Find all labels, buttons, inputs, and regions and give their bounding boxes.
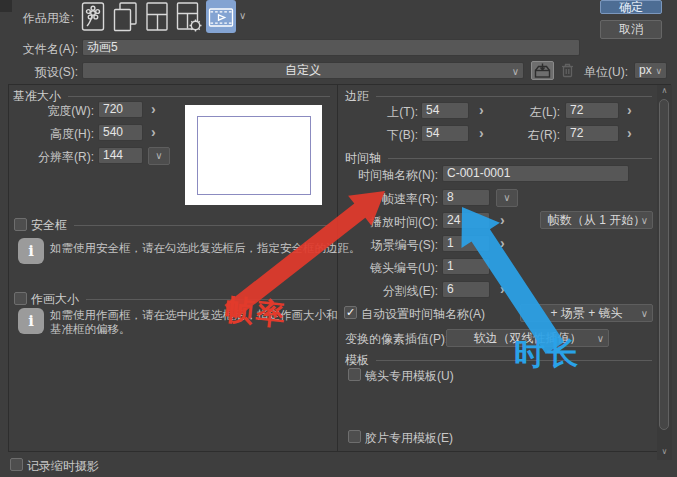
chevron-down-icon: ∨ <box>641 306 648 322</box>
framerate-dropdown-button[interactable]: ∨ <box>496 189 518 207</box>
chevron-down-icon: ∨ <box>655 64 662 79</box>
autoname-checkbox-checked[interactable]: ✓ <box>344 306 357 319</box>
film-play-icon <box>208 2 234 33</box>
info-icon: i <box>18 308 44 334</box>
margin-right-input[interactable]: 72 <box>565 125 619 142</box>
margin-top-label: 上(T): <box>360 104 418 121</box>
purpose-animation-button-selected[interactable] <box>206 0 236 33</box>
save-preset-icon <box>532 62 553 79</box>
height-input[interactable]: 540 <box>98 124 143 141</box>
illustration-icon <box>80 2 106 33</box>
purpose-illustration-button[interactable] <box>78 0 108 33</box>
film-template-checkbox[interactable] <box>348 430 361 443</box>
filename-input[interactable]: 动画5 <box>82 39 580 56</box>
framerate-annotation-label: 帧率 <box>223 290 289 336</box>
ok-button[interactable]: 确定 <box>600 0 662 14</box>
safe-frame-info-text: 如需使用安全框，请在勾选此复选框后，指定安全框的边距。 <box>50 241 361 256</box>
preset-select[interactable]: 自定义 ∨ <box>82 62 524 79</box>
unit-select[interactable]: px ∨ <box>634 62 667 79</box>
playtime-label: 播放时间(C): <box>345 214 438 231</box>
margin-bottom-label: 下(B): <box>360 127 418 144</box>
resolution-dropdown-button[interactable]: ∨ <box>148 147 170 165</box>
resolution-label: 分辨率(R): <box>20 149 94 166</box>
divider-line-label: 分割线(E): <box>345 283 438 300</box>
autoname-label: 自动设置时间轴名称(A) <box>361 306 485 323</box>
unit-value: px <box>639 63 652 77</box>
timeline-name-input[interactable]: C-001-0001 <box>442 165 629 182</box>
page-gear-icon <box>175 2 203 33</box>
width-input[interactable]: 720 <box>98 101 143 118</box>
timelapse-checkbox[interactable] <box>10 458 23 471</box>
drawing-size-info-line1: 如需使用作画框，请在选中此复选框后，指定作画大小和 <box>50 308 338 323</box>
section-title: 模板 <box>345 352 369 369</box>
margin-right-label: 右(R): <box>500 127 560 144</box>
cancel-button[interactable]: 取消 <box>600 20 662 39</box>
margin-left-input[interactable]: 72 <box>565 102 619 119</box>
margin-left-label: 左(L): <box>500 104 560 121</box>
scene-number-stepper[interactable]: › <box>500 236 505 250</box>
preview-base-frame <box>197 116 311 195</box>
divider-line-stepper[interactable]: › <box>500 282 505 296</box>
scrollbar[interactable]: ∧ ∨ <box>657 85 672 460</box>
preview-canvas <box>185 105 322 205</box>
filename-label: 文件名(A): <box>6 41 78 58</box>
template-section-header: 模板 <box>345 352 652 369</box>
shot-template-checkbox[interactable] <box>348 368 361 381</box>
margin-right-stepper[interactable]: › <box>627 126 632 140</box>
purpose-comic-button[interactable] <box>110 0 140 33</box>
duration-annotation-label: 时长 <box>514 333 580 375</box>
height-label: 高度(H): <box>20 126 94 143</box>
scrollbar-up-button[interactable]: ∧ <box>659 86 670 95</box>
unit-label: 单位(U): <box>560 64 628 81</box>
shot-template-label: 镜头专用模板(U) <box>365 368 454 385</box>
shot-number-input[interactable]: 1 <box>442 258 490 275</box>
autoname-format-value: + 场景 + 镜头 <box>550 306 622 320</box>
scrollbar-thumb[interactable] <box>659 99 669 430</box>
playtime-unit-select[interactable]: 帧数（从 1 开始） ∨ <box>540 211 653 229</box>
timelapse-label: 记录缩时摄影 <box>27 458 99 475</box>
playtime-input[interactable]: 24 <box>442 212 490 229</box>
timeline-name-label: 时间轴名称(N): <box>345 167 438 184</box>
divider-line-input[interactable]: 6 <box>442 281 490 298</box>
shot-number-label: 镜头编号(U): <box>345 260 438 277</box>
purpose-webtoon-button[interactable] <box>142 0 172 33</box>
margin-bottom-input[interactable]: 54 <box>421 125 469 142</box>
height-stepper[interactable]: › <box>151 125 156 139</box>
margin-bottom-stepper[interactable]: › <box>479 126 484 140</box>
playtime-unit-value: 帧数（从 1 开始） <box>548 213 645 227</box>
film-template-label: 胶片专用模板(E) <box>365 430 453 447</box>
drawing-size-checkbox[interactable] <box>14 292 27 305</box>
framerate-label: 帧速率(R): <box>345 191 438 208</box>
section-title: 安全框 <box>31 217 67 234</box>
purpose-more-chevron-icon[interactable]: ∨ <box>239 10 246 21</box>
chevron-down-icon: ∨ <box>597 331 604 347</box>
drawing-size-info-line2: 基准框的偏移。 <box>50 322 131 337</box>
autoname-format-select[interactable]: + 场景 + 镜头 ∨ <box>520 304 653 322</box>
window-icon-cropped <box>0 0 12 12</box>
safe-frame-checkbox[interactable] <box>14 218 27 231</box>
purpose-label: 作品用途: <box>14 10 74 27</box>
chevron-down-icon: ∨ <box>512 64 519 79</box>
chevron-down-icon: ∨ <box>641 213 648 229</box>
margin-top-input[interactable]: 54 <box>421 102 469 119</box>
section-title: 时间轴 <box>345 150 381 167</box>
column-divider <box>337 85 338 451</box>
playtime-stepper[interactable]: › <box>500 213 505 227</box>
preset-save-button[interactable] <box>531 61 554 80</box>
resolution-input[interactable]: 144 <box>98 147 143 164</box>
width-stepper[interactable]: › <box>151 102 156 116</box>
width-label: 宽度(W): <box>20 103 94 120</box>
scrollbar-down-button[interactable]: ∨ <box>659 447 670 456</box>
section-title: 边距 <box>345 88 369 105</box>
interpolation-label: 变换的像素插值(P): <box>345 331 442 348</box>
framerate-input[interactable]: 8 <box>442 189 490 206</box>
margin-top-stepper[interactable]: › <box>479 103 484 117</box>
scene-number-label: 场景编号(S): <box>345 237 438 254</box>
margin-left-stepper[interactable]: › <box>627 103 632 117</box>
scene-number-input[interactable]: 1 <box>442 235 490 252</box>
comic-pages-icon <box>112 2 138 33</box>
purpose-comic-settings-button[interactable] <box>174 0 204 33</box>
new-file-dialog: 作品用途: ∨ 确定 取消 文件 <box>0 0 677 477</box>
info-icon: i <box>18 238 44 264</box>
preset-value: 自定义 <box>285 63 321 77</box>
